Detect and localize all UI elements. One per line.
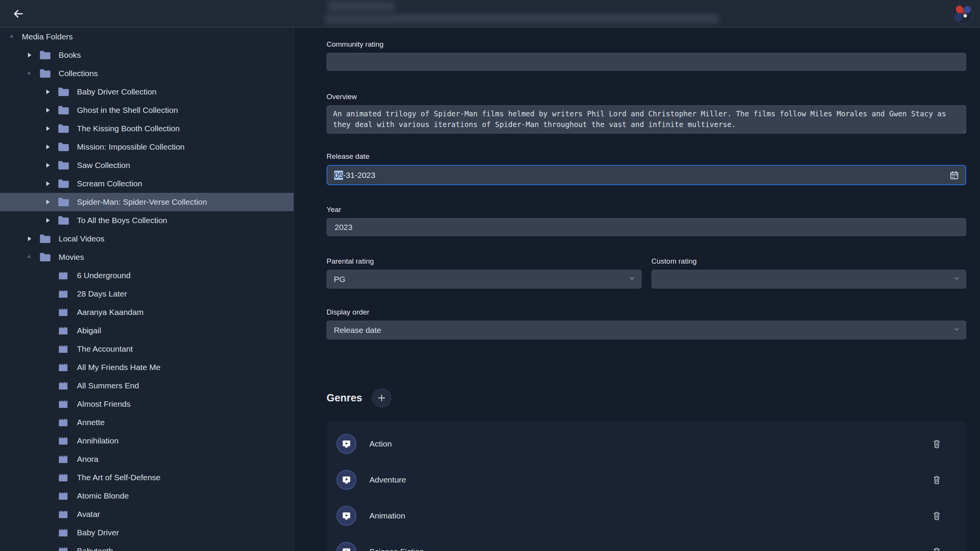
expand-caret-icon[interactable] bbox=[44, 180, 51, 187]
year-group: Year bbox=[327, 205, 966, 236]
custom-rating-select[interactable] bbox=[652, 270, 967, 289]
tree-item-aaranya-kaandam[interactable]: Aaranya Kaandam bbox=[0, 303, 294, 321]
expand-caret-icon[interactable] bbox=[26, 235, 33, 242]
tree-item-to-all-the-boys-collection[interactable]: To All the Boys Collection bbox=[0, 211, 294, 230]
tree-item-label: Baby Driver bbox=[77, 528, 119, 537]
movie-icon bbox=[57, 307, 70, 318]
tree-item-label: Anora bbox=[77, 455, 98, 464]
release-date-input[interactable]: 05-31-2023 bbox=[327, 165, 966, 185]
movie-icon bbox=[57, 344, 70, 354]
tree-item-label: Mission: Impossible Collection bbox=[77, 142, 185, 152]
tree-item-label: All Summers End bbox=[77, 381, 139, 390]
delete-genre-button[interactable] bbox=[933, 511, 941, 520]
tree-item-books[interactable]: Books bbox=[0, 46, 294, 64]
tree-item-label: To All the Boys Collection bbox=[77, 216, 167, 225]
ratings-row: Parental rating PG Custom rating bbox=[327, 257, 966, 289]
tree-item-6-underground[interactable]: 6 Underground bbox=[0, 266, 294, 285]
tree-item-mission-impossible-collection[interactable]: Mission: Impossible Collection bbox=[0, 138, 294, 156]
tree-item-movies[interactable]: Movies bbox=[0, 248, 294, 266]
blurred-item-path bbox=[325, 14, 719, 24]
tree-item-label: Abigail bbox=[77, 326, 101, 335]
tree-item-media-folders[interactable]: Media Folders bbox=[0, 28, 294, 46]
folder-icon bbox=[57, 123, 70, 134]
back-button[interactable] bbox=[10, 5, 27, 22]
tree-item-label: The Accountant bbox=[77, 344, 133, 354]
tree-item-the-art-of-self-defense[interactable]: The Art of Self-Defense bbox=[0, 468, 294, 487]
tree-item-abigail[interactable]: Abigail bbox=[0, 321, 294, 340]
tree-item-atomic-blonde[interactable]: Atomic Blonde bbox=[0, 487, 294, 505]
caret-spacer bbox=[44, 309, 51, 316]
tree-item-babyteeth[interactable]: Babyteeth bbox=[0, 542, 294, 551]
folder-icon bbox=[39, 252, 51, 262]
community-rating-input[interactable] bbox=[327, 53, 966, 71]
tree-item-anora[interactable]: Anora bbox=[0, 450, 294, 468]
tree-item-avatar[interactable]: Avatar bbox=[0, 505, 294, 523]
year-label: Year bbox=[327, 205, 966, 214]
tree-item-baby-driver[interactable]: Baby Driver bbox=[0, 523, 294, 542]
tree-item-all-summers-end[interactable]: All Summers End bbox=[0, 377, 294, 395]
tree-item-the-accountant[interactable]: The Accountant bbox=[0, 340, 294, 358]
tree-item-all-my-friends-hate-me[interactable]: All My Friends Hate Me bbox=[0, 358, 294, 377]
collapse-caret-icon[interactable] bbox=[26, 254, 33, 261]
user-avatar[interactable] bbox=[952, 3, 973, 24]
tree-item-spider-man-spider-verse-collection[interactable]: Spider-Man: Spider-Verse Collection bbox=[0, 193, 294, 211]
caret-spacer bbox=[44, 382, 51, 389]
tree-item-label: Spider-Man: Spider-Verse Collection bbox=[77, 197, 207, 207]
caret-spacer bbox=[44, 437, 51, 444]
display-order-select[interactable]: Release date bbox=[327, 321, 966, 339]
tree-item-local-videos[interactable]: Local Videos bbox=[0, 230, 294, 248]
genres-title: Genres bbox=[327, 392, 362, 404]
tree-item-annihilation[interactable]: Annihilation bbox=[0, 432, 294, 450]
display-order-value: Release date bbox=[334, 326, 381, 335]
tree-item-label: Saw Collection bbox=[77, 161, 130, 170]
tree-item-almost-friends[interactable]: Almost Friends bbox=[0, 395, 294, 413]
genre-name: Science Fiction bbox=[369, 547, 933, 551]
tree-item-label: Media Folders bbox=[22, 32, 73, 41]
folder-icon bbox=[57, 105, 70, 116]
expand-caret-icon[interactable] bbox=[44, 199, 51, 205]
tree-item-28-days-later[interactable]: 28 Days Later bbox=[0, 285, 294, 303]
calendar-icon[interactable] bbox=[949, 170, 959, 180]
genre-media-icon bbox=[336, 470, 356, 490]
parental-rating-select[interactable]: PG bbox=[327, 270, 642, 289]
caret-spacer bbox=[44, 492, 51, 499]
add-genre-button[interactable] bbox=[372, 388, 391, 408]
tree-item-label: Books bbox=[59, 51, 81, 60]
expand-caret-icon[interactable] bbox=[44, 217, 51, 224]
caret-spacer bbox=[44, 364, 51, 371]
tree-item-ghost-in-the-shell-collection[interactable]: Ghost in the Shell Collection bbox=[0, 101, 294, 119]
expand-caret-icon[interactable] bbox=[44, 162, 51, 169]
collapse-caret-icon[interactable] bbox=[8, 33, 15, 40]
chevron-down-icon bbox=[628, 274, 636, 284]
expand-caret-icon[interactable] bbox=[44, 143, 51, 150]
overview-textarea[interactable]: An animated trilogy of Spider-Man films … bbox=[327, 105, 966, 134]
tree-item-baby-driver-collection[interactable]: Baby Driver Collection bbox=[0, 83, 294, 101]
tree-item-saw-collection[interactable]: Saw Collection bbox=[0, 156, 294, 174]
tree-item-label: 6 Underground bbox=[77, 271, 131, 280]
folder-icon bbox=[57, 86, 70, 97]
delete-genre-button[interactable] bbox=[933, 547, 941, 551]
tree-item-label: 28 Days Later bbox=[77, 289, 127, 298]
year-input[interactable] bbox=[327, 218, 966, 236]
expand-caret-icon[interactable] bbox=[44, 125, 51, 132]
expand-caret-icon[interactable] bbox=[26, 52, 33, 59]
movie-icon bbox=[57, 399, 70, 409]
delete-genre-button[interactable] bbox=[933, 439, 941, 448]
tree-item-the-kissing-booth-collection[interactable]: The Kissing Booth Collection bbox=[0, 119, 294, 138]
custom-rating-label: Custom rating bbox=[652, 257, 967, 266]
community-rating-group: Community rating bbox=[327, 40, 966, 71]
movie-icon bbox=[57, 509, 70, 520]
expand-caret-icon[interactable] bbox=[44, 107, 51, 114]
delete-genre-button[interactable] bbox=[933, 475, 941, 484]
expand-caret-icon[interactable] bbox=[44, 88, 51, 95]
caret-spacer bbox=[44, 290, 51, 297]
custom-rating-group: Custom rating bbox=[652, 257, 967, 289]
trash-icon bbox=[933, 475, 941, 484]
trash-icon bbox=[933, 439, 941, 448]
tree-item-scream-collection[interactable]: Scream Collection bbox=[0, 174, 294, 193]
collapse-caret-icon[interactable] bbox=[26, 70, 33, 77]
tree-item-collections[interactable]: Collections bbox=[0, 64, 294, 83]
tree-item-annette[interactable]: Annette bbox=[0, 413, 294, 432]
genre-row-adventure: Adventure bbox=[336, 462, 956, 498]
movie-icon bbox=[57, 454, 70, 465]
